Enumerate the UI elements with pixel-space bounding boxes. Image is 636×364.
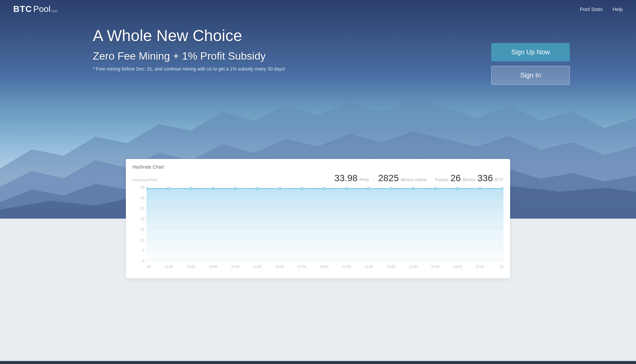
svg-point-8 xyxy=(146,187,147,190)
svg-point-16 xyxy=(323,187,325,190)
footer: Chain App Tools About Us API Feedback xyxy=(0,361,636,364)
svg-text:13:00: 13:00 xyxy=(342,264,350,269)
svg-point-14 xyxy=(279,187,281,190)
logo[interactable]: BTC Pool .com xyxy=(13,4,58,14)
svg-point-22 xyxy=(457,187,459,190)
svg-point-13 xyxy=(257,187,259,190)
header: BTC Pool .com Pool Stats Help xyxy=(0,0,636,18)
y-label-25: 25 xyxy=(140,206,144,210)
svg-text:01:00: 01:00 xyxy=(253,264,262,269)
svg-text:04:00: 04:00 xyxy=(276,264,284,269)
svg-point-19 xyxy=(390,187,392,190)
y-label-10: 10 xyxy=(140,238,144,242)
svg-text:16:00: 16:00 xyxy=(187,264,195,269)
hero-subtitle: Zero Fee Mining + 1% Profit Subsidy xyxy=(93,50,285,62)
chart-y-axis-label: Hashrate(PH/s) xyxy=(132,178,158,182)
signup-button[interactable]: Sign Up Now xyxy=(491,43,570,61)
signin-button[interactable]: Sign In xyxy=(491,66,570,85)
svg-text:07:00: 07:00 xyxy=(298,264,306,269)
pool-stats-link[interactable]: Pool Stats xyxy=(580,6,603,12)
btc-count: 336 xyxy=(477,173,493,183)
miners-label: Miners online xyxy=(401,177,426,182)
hero-buttons: Sign Up Now Sign In xyxy=(491,43,570,85)
chart-container: Hashrate Chart Hashrate(PH/s) 33.98 PH/s… xyxy=(126,159,510,278)
svg-text:04:00: 04:00 xyxy=(453,264,462,269)
svg-text:07:00: 07:00 xyxy=(476,264,484,269)
logo-com: .com xyxy=(50,9,58,13)
svg-point-17 xyxy=(345,187,347,190)
svg-text:19:00: 19:00 xyxy=(209,264,217,269)
hero-content: A Whole New Choice Zero Fee Mining + 1% … xyxy=(93,26,285,72)
nav-links: Pool Stats Help xyxy=(580,6,623,12)
chart-title: Hashrate Chart xyxy=(132,164,504,170)
y-label-20: 20 xyxy=(140,217,144,221)
y-label-15: 15 xyxy=(140,228,144,232)
svg-text:22:00: 22:00 xyxy=(409,264,417,269)
y-label-35: 35 xyxy=(140,185,144,189)
svg-point-10 xyxy=(190,187,192,190)
hashrate-value: 33.98 xyxy=(334,173,357,183)
svg-point-12 xyxy=(234,187,236,190)
svg-point-9 xyxy=(168,187,170,190)
svg-text:10:00: 10:00 xyxy=(499,264,504,269)
logo-btc: BTC xyxy=(13,4,32,14)
blocks-count: 26 xyxy=(450,173,461,183)
svg-point-20 xyxy=(412,187,414,190)
found-label: Found: xyxy=(435,177,448,182)
hero-title: A Whole New Choice xyxy=(93,26,285,45)
svg-point-23 xyxy=(479,187,481,190)
y-label-30: 30 xyxy=(140,196,144,200)
btc-label: BTC xyxy=(495,177,504,182)
svg-point-11 xyxy=(212,187,214,190)
svg-text:19:00: 19:00 xyxy=(387,264,395,269)
svg-text:10:00: 10:00 xyxy=(146,264,151,269)
svg-point-15 xyxy=(301,187,303,190)
svg-text:01:00: 01:00 xyxy=(431,264,440,269)
hashrate-chart-svg: 10:00 13:00 16:00 19:00 22:00 01:00 04:0… xyxy=(146,185,504,272)
y-label-5: 5 xyxy=(142,248,144,252)
hashrate-unit: PH/s xyxy=(359,177,369,182)
svg-text:16:00: 16:00 xyxy=(364,264,373,269)
miners-count: 2825 xyxy=(378,173,399,183)
y-label-0: 0 xyxy=(142,259,144,263)
svg-text:10:00: 10:00 xyxy=(320,264,328,269)
help-link[interactable]: Help xyxy=(612,6,623,12)
svg-point-21 xyxy=(435,187,437,190)
svg-text:13:00: 13:00 xyxy=(164,264,173,269)
svg-point-18 xyxy=(368,187,370,190)
blocks-label: Blocks xyxy=(463,177,475,182)
hero-note: * Free mining before Dec. 31, and contin… xyxy=(93,66,285,72)
logo-pool: Pool xyxy=(33,4,50,14)
svg-point-24 xyxy=(503,187,504,190)
svg-text:22:00: 22:00 xyxy=(231,264,239,269)
